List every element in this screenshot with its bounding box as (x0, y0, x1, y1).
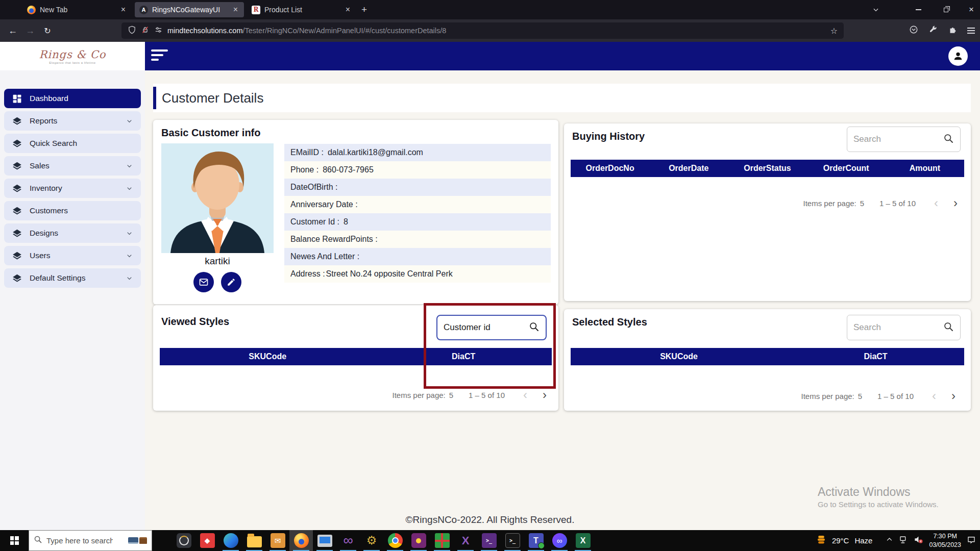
brand-logo: Rings & Co Elegance that lasts a lifetim… (0, 42, 145, 70)
chevron-left-icon[interactable]: ‹ (932, 391, 936, 401)
taskbar-icon-terminal-purple[interactable]: >_ (477, 530, 501, 551)
taskbar-icon-remote-desktop[interactable] (313, 530, 336, 551)
taskbar-icon-file-explorer[interactable] (242, 530, 266, 551)
sidebar-item-users[interactable]: Users (4, 246, 141, 265)
tab-list-chevron-icon[interactable] (865, 0, 887, 19)
chevron-down-icon[interactable] (126, 185, 133, 192)
reload-button[interactable]: ↻ (39, 22, 56, 39)
close-tab-icon[interactable]: × (232, 5, 239, 14)
menu-hamburger-icon[interactable] (967, 28, 975, 33)
search-icon[interactable] (943, 133, 954, 146)
volume-muted-icon[interactable] (914, 535, 923, 546)
weather-icon[interactable] (816, 535, 826, 547)
taskbar-search-input[interactable] (46, 536, 113, 545)
chevron-down-icon[interactable] (126, 117, 133, 125)
chevron-left-icon[interactable]: ‹ (523, 390, 527, 400)
taskbar-icon-admin-tools[interactable]: ⚙ (360, 530, 383, 551)
taskbar-icon-visual-studio[interactable]: ∞ (336, 530, 360, 551)
chevron-right-icon[interactable]: › (951, 391, 955, 401)
sidebar-item-quick-search[interactable]: Quick Search (4, 134, 141, 153)
back-button[interactable]: ← (4, 22, 21, 39)
taskbar-icon-firefox[interactable] (289, 530, 313, 551)
sidebar-item-customers[interactable]: Customers (4, 201, 141, 220)
sidebar-item-sales[interactable]: Sales (4, 156, 141, 176)
pocket-icon[interactable] (909, 25, 918, 36)
window-minimize-button[interactable] (908, 0, 929, 19)
field-row: Customer Id :8 (284, 213, 551, 231)
search-icon[interactable] (529, 321, 540, 334)
shield-icon[interactable] (128, 26, 136, 36)
forward-button[interactable]: → (21, 22, 39, 39)
bookmark-star-icon[interactable]: ☆ (830, 26, 838, 36)
sidebar-toggle-hamburger-icon[interactable] (151, 49, 168, 61)
sidebar-item-reports[interactable]: Reports (4, 111, 141, 131)
taskbar-icon-outlook[interactable]: ✉ (266, 530, 289, 551)
firefox-favicon-icon (27, 6, 36, 14)
taskbar-icon-diamond-app[interactable]: ◆ (195, 530, 219, 551)
extensions-puzzle-icon[interactable] (948, 25, 957, 36)
tray-chevron-up-icon[interactable] (886, 536, 893, 545)
taskbar-search[interactable] (29, 530, 152, 551)
search-icon (34, 535, 42, 546)
email-button[interactable] (193, 272, 214, 292)
items-per-page-select[interactable]: 5 (860, 199, 864, 208)
tab-new-tab[interactable]: New Tab × (22, 2, 132, 17)
close-tab-icon[interactable]: × (119, 5, 127, 14)
system-tray: 29°C Haze 7:30 PM 03/05/2023 (816, 530, 980, 551)
layers-icon (12, 273, 22, 284)
search-input[interactable] (853, 322, 943, 333)
url-text[interactable]: mindtechsolutions.com/Tester/RingNCo/New… (167, 27, 826, 35)
sidebar-item-inventory[interactable]: Inventory (4, 179, 141, 198)
field-row: DateOfBirth : (284, 179, 551, 196)
viewed-styles-search-focused (436, 315, 547, 340)
items-per-page-select[interactable]: 5 (858, 392, 862, 400)
taskbar-icon-edge[interactable] (219, 530, 242, 551)
weather-temp[interactable]: 29°C (832, 536, 849, 545)
wrench-icon[interactable] (928, 25, 938, 36)
taskbar-icon-cmd[interactable]: >_ (501, 530, 524, 551)
permissions-icon[interactable] (154, 26, 163, 36)
new-tab-button[interactable]: + (361, 4, 367, 15)
layers-icon (12, 206, 22, 216)
start-button[interactable] (0, 530, 29, 551)
lock-disabled-icon[interactable] (141, 26, 150, 36)
window-maximize-button[interactable] (935, 0, 957, 19)
chevron-down-icon[interactable] (126, 252, 133, 260)
search-icon[interactable] (943, 321, 954, 334)
field-row: Phone :860-073-7965 (284, 161, 551, 179)
sidebar-item-default-settings[interactable]: Default Settings (4, 268, 141, 288)
chevron-left-icon[interactable]: ‹ (934, 198, 938, 208)
close-tab-icon[interactable]: × (344, 5, 352, 14)
chevron-down-icon[interactable] (126, 230, 133, 237)
items-per-page-select[interactable]: 5 (449, 391, 453, 399)
action-center-icon[interactable] (967, 535, 976, 546)
search-input[interactable] (444, 322, 529, 333)
card-title: Buying History (572, 131, 645, 142)
chevron-down-icon[interactable] (126, 274, 133, 282)
chevron-right-icon[interactable]: › (543, 390, 547, 400)
taskbar-icon-dotnet[interactable]: ∞ (548, 530, 571, 551)
taskbar-clock[interactable]: 7:30 PM 03/05/2023 (929, 532, 961, 549)
tab-ringsncogatewayui[interactable]: A RingsNCoGatewayUI × (135, 2, 244, 17)
url-bar[interactable]: mindtechsolutions.com/Tester/RingNCo/New… (121, 22, 844, 39)
network-icon[interactable] (899, 535, 908, 546)
edit-pencil-button[interactable] (221, 272, 241, 292)
sidebar-item-dashboard[interactable]: Dashboard (4, 89, 141, 108)
taskbar-icon-gift-app[interactable] (430, 530, 454, 551)
chevron-right-icon[interactable]: › (953, 198, 958, 208)
taskbar-icon-clock-app[interactable] (172, 530, 195, 551)
taskbar-icon-chrome[interactable] (383, 530, 407, 551)
tab-product-list[interactable]: R Product List × (247, 2, 356, 17)
basic-customer-info-card: Basic Customer info kartiki (153, 120, 558, 305)
search-input[interactable] (853, 134, 943, 144)
sidebar-item-designs[interactable]: Designs (4, 223, 141, 243)
weather-condition[interactable]: Haze (854, 536, 872, 545)
taskbar-icon-purple-x-app[interactable]: X (454, 530, 477, 551)
taskbar-icon-teams[interactable]: T (524, 530, 548, 551)
chevron-down-icon[interactable] (126, 162, 133, 170)
window-close-button[interactable]: × (961, 0, 980, 19)
field-row: Balance RewardPoints : (284, 231, 551, 248)
taskbar-icon-excel[interactable]: X (571, 530, 595, 551)
taskbar-icon-purple-app[interactable] (407, 530, 430, 551)
user-avatar-button[interactable] (948, 46, 968, 66)
